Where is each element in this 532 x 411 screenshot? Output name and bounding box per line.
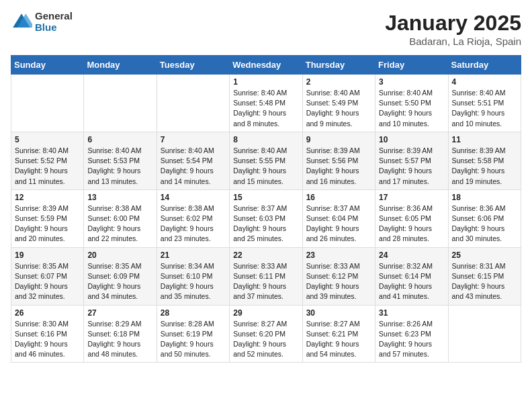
day-info: Sunrise: 8:32 AM Sunset: 6:14 PM Dayligh…: [379, 261, 444, 302]
day-number: 31: [379, 308, 444, 318]
day-number: 14: [161, 193, 226, 202]
day-info: Sunrise: 8:40 AM Sunset: 5:54 PM Dayligh…: [161, 146, 226, 187]
day-number: 17: [379, 193, 444, 202]
day-info: Sunrise: 8:35 AM Sunset: 6:07 PM Dayligh…: [15, 261, 80, 302]
day-number: 22: [233, 250, 298, 260]
calendar-cell: 4Sunrise: 8:40 AM Sunset: 5:51 PM Daylig…: [448, 75, 521, 132]
day-number: 20: [87, 250, 152, 260]
logo-blue-text: Blue: [35, 22, 73, 34]
logo-general-text: General: [35, 11, 73, 22]
day-info: Sunrise: 8:37 AM Sunset: 6:03 PM Dayligh…: [233, 203, 298, 244]
day-number: 8: [233, 135, 298, 144]
calendar-table: SundayMondayTuesdayWednesdayThursdayFrid…: [11, 55, 521, 363]
calendar-cell: 17Sunrise: 8:36 AM Sunset: 6:05 PM Dayli…: [375, 189, 448, 247]
calendar-cell: 2Sunrise: 8:40 AM Sunset: 5:49 PM Daylig…: [302, 75, 375, 132]
weekday-header-row: SundayMondayTuesdayWednesdayThursdayFrid…: [11, 56, 521, 75]
day-number: 26: [15, 308, 80, 318]
day-number: 6: [87, 135, 152, 144]
day-number: 15: [233, 193, 298, 202]
calendar-week-5: 26Sunrise: 8:30 AM Sunset: 6:16 PM Dayli…: [11, 305, 521, 363]
calendar-cell: 11Sunrise: 8:39 AM Sunset: 5:58 PM Dayli…: [448, 132, 521, 189]
day-number: 9: [306, 135, 371, 144]
calendar-cell: 31Sunrise: 8:26 AM Sunset: 6:23 PM Dayli…: [375, 305, 448, 363]
day-info: Sunrise: 8:36 AM Sunset: 6:06 PM Dayligh…: [452, 203, 517, 244]
calendar-cell: 27Sunrise: 8:29 AM Sunset: 6:18 PM Dayli…: [84, 305, 157, 363]
calendar-cell: 8Sunrise: 8:40 AM Sunset: 5:55 PM Daylig…: [230, 132, 302, 189]
calendar-title: January 2025: [385, 11, 521, 36]
day-number: 16: [306, 193, 371, 202]
day-info: Sunrise: 8:33 AM Sunset: 6:11 PM Dayligh…: [233, 261, 298, 302]
day-number: 29: [233, 308, 298, 318]
logo-icon: [11, 11, 32, 33]
logo: General Blue: [11, 11, 73, 33]
weekday-header-wednesday: Wednesday: [230, 56, 302, 75]
calendar-week-2: 5Sunrise: 8:40 AM Sunset: 5:52 PM Daylig…: [11, 132, 521, 189]
day-number: 12: [15, 193, 80, 202]
calendar-cell: 26Sunrise: 8:30 AM Sunset: 6:16 PM Dayli…: [11, 305, 84, 363]
day-info: Sunrise: 8:26 AM Sunset: 6:23 PM Dayligh…: [379, 319, 444, 360]
day-info: Sunrise: 8:37 AM Sunset: 6:04 PM Dayligh…: [306, 203, 371, 244]
day-info: Sunrise: 8:40 AM Sunset: 5:51 PM Dayligh…: [452, 88, 517, 129]
day-info: Sunrise: 8:38 AM Sunset: 6:00 PM Dayligh…: [87, 203, 152, 244]
calendar-week-3: 12Sunrise: 8:39 AM Sunset: 5:59 PM Dayli…: [11, 189, 521, 247]
day-number: 27: [87, 308, 152, 318]
calendar-cell: 7Sunrise: 8:40 AM Sunset: 5:54 PM Daylig…: [157, 132, 229, 189]
day-info: Sunrise: 8:39 AM Sunset: 5:57 PM Dayligh…: [379, 146, 444, 187]
title-block: January 2025 Badaran, La Rioja, Spain: [385, 11, 521, 47]
weekday-header-sunday: Sunday: [11, 56, 84, 75]
day-info: Sunrise: 8:27 AM Sunset: 6:20 PM Dayligh…: [233, 319, 298, 360]
calendar-cell: 21Sunrise: 8:34 AM Sunset: 6:10 PM Dayli…: [157, 247, 229, 305]
day-info: Sunrise: 8:27 AM Sunset: 6:21 PM Dayligh…: [306, 319, 371, 360]
day-number: 21: [161, 250, 226, 260]
calendar-week-1: 1Sunrise: 8:40 AM Sunset: 5:48 PM Daylig…: [11, 75, 521, 132]
calendar-location: Badaran, La Rioja, Spain: [385, 36, 521, 47]
calendar-cell: [448, 305, 521, 363]
logo-text: General Blue: [35, 11, 73, 33]
calendar-cell: 3Sunrise: 8:40 AM Sunset: 5:50 PM Daylig…: [375, 75, 448, 132]
day-number: 4: [452, 77, 517, 87]
day-info: Sunrise: 8:39 AM Sunset: 5:58 PM Dayligh…: [452, 146, 517, 187]
day-number: 19: [15, 250, 80, 260]
calendar-cell: 18Sunrise: 8:36 AM Sunset: 6:06 PM Dayli…: [448, 189, 521, 247]
day-info: Sunrise: 8:40 AM Sunset: 5:52 PM Dayligh…: [15, 146, 80, 187]
day-info: Sunrise: 8:28 AM Sunset: 6:19 PM Dayligh…: [161, 319, 226, 360]
day-number: 1: [233, 77, 298, 87]
page-header: General Blue January 2025 Badaran, La Ri…: [11, 11, 521, 47]
calendar-cell: 6Sunrise: 8:40 AM Sunset: 5:53 PM Daylig…: [84, 132, 157, 189]
calendar-cell: [11, 75, 84, 132]
day-info: Sunrise: 8:33 AM Sunset: 6:12 PM Dayligh…: [306, 261, 371, 302]
weekday-header-friday: Friday: [375, 56, 448, 75]
calendar-cell: 16Sunrise: 8:37 AM Sunset: 6:04 PM Dayli…: [302, 189, 375, 247]
day-info: Sunrise: 8:38 AM Sunset: 6:02 PM Dayligh…: [161, 203, 226, 244]
calendar-week-4: 19Sunrise: 8:35 AM Sunset: 6:07 PM Dayli…: [11, 247, 521, 305]
day-number: 28: [161, 308, 226, 318]
calendar-cell: [84, 75, 157, 132]
day-number: 11: [452, 135, 517, 144]
calendar-cell: [157, 75, 229, 132]
day-info: Sunrise: 8:39 AM Sunset: 5:59 PM Dayligh…: [15, 203, 80, 244]
calendar-cell: 24Sunrise: 8:32 AM Sunset: 6:14 PM Dayli…: [375, 247, 448, 305]
calendar-cell: 13Sunrise: 8:38 AM Sunset: 6:00 PM Dayli…: [84, 189, 157, 247]
weekday-header-monday: Monday: [84, 56, 157, 75]
day-number: 3: [379, 77, 444, 87]
day-info: Sunrise: 8:40 AM Sunset: 5:50 PM Dayligh…: [379, 88, 444, 129]
calendar-cell: 15Sunrise: 8:37 AM Sunset: 6:03 PM Dayli…: [230, 189, 302, 247]
calendar-cell: 10Sunrise: 8:39 AM Sunset: 5:57 PM Dayli…: [375, 132, 448, 189]
day-number: 10: [379, 135, 444, 144]
day-info: Sunrise: 8:29 AM Sunset: 6:18 PM Dayligh…: [87, 319, 152, 360]
day-number: 13: [87, 193, 152, 202]
day-number: 2: [306, 77, 371, 87]
day-number: 24: [379, 250, 444, 260]
calendar-cell: 23Sunrise: 8:33 AM Sunset: 6:12 PM Dayli…: [302, 247, 375, 305]
day-number: 23: [306, 250, 371, 260]
calendar-cell: 20Sunrise: 8:35 AM Sunset: 6:09 PM Dayli…: [84, 247, 157, 305]
day-info: Sunrise: 8:31 AM Sunset: 6:15 PM Dayligh…: [452, 261, 517, 302]
calendar-cell: 9Sunrise: 8:39 AM Sunset: 5:56 PM Daylig…: [302, 132, 375, 189]
day-info: Sunrise: 8:40 AM Sunset: 5:53 PM Dayligh…: [87, 146, 152, 187]
day-info: Sunrise: 8:34 AM Sunset: 6:10 PM Dayligh…: [161, 261, 226, 302]
weekday-header-thursday: Thursday: [302, 56, 375, 75]
day-number: 18: [452, 193, 517, 202]
day-number: 25: [452, 250, 517, 260]
calendar-cell: 29Sunrise: 8:27 AM Sunset: 6:20 PM Dayli…: [230, 305, 302, 363]
day-number: 7: [161, 135, 226, 144]
